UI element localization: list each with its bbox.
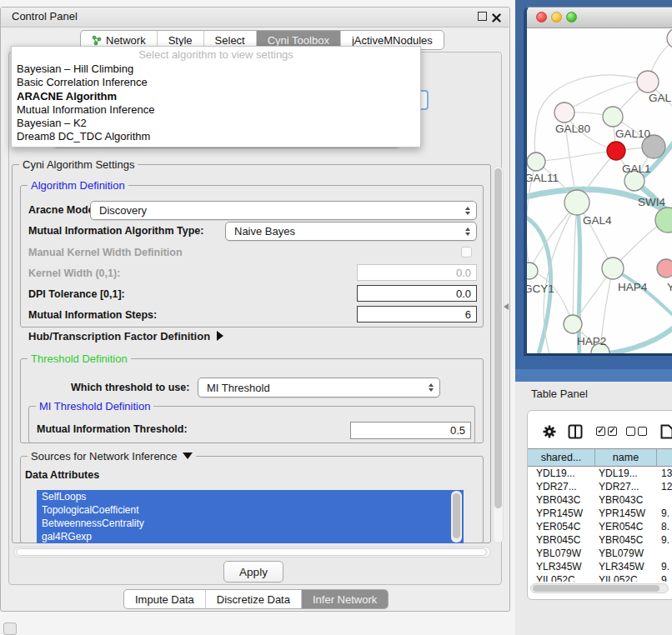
network-node-gal11[interactable]	[527, 152, 545, 171]
table-cell: 9.	[657, 534, 672, 546]
data-attribute-item[interactable]: BetweennessCentrality	[37, 517, 464, 530]
close-icon	[492, 13, 501, 22]
which-threshold-select[interactable]: MI Threshold	[198, 378, 440, 398]
close-traffic-light-icon[interactable]	[536, 12, 547, 22]
table-row[interactable]: YPR145WYPR145W9.	[528, 507, 672, 520]
algorithm-option[interactable]: Bayesian – K2	[12, 117, 420, 130]
table-cell: YPR145W	[528, 508, 595, 519]
node-label: Y	[667, 281, 672, 293]
table-cell: YIL052C	[528, 574, 595, 582]
zoom-traffic-light-icon[interactable]	[566, 12, 577, 22]
sources-title-text: Sources for Network Inference	[31, 450, 178, 462]
cyni-mode-tabs: Impute DataDiscretize DataInfer Network	[123, 589, 389, 609]
table-horizontal-scrollbar[interactable]	[530, 583, 669, 593]
minimized-panel-chip[interactable]	[3, 622, 17, 635]
network-node-gal10[interactable]	[603, 107, 623, 127]
data-attribute-item[interactable]: TopologicalCoefficient	[37, 503, 464, 517]
network-window: GALGAL80GAL10GAL1GAL11SWI4GAL4HAP4YGCY1H…	[524, 7, 672, 356]
tab-label: Impute Data	[135, 593, 194, 606]
tab-infer-network[interactable]: Infer Network	[302, 590, 388, 608]
select-all-checkbox2-icon[interactable]: ✓	[608, 427, 617, 436]
aracne-mode-value: Discovery	[99, 204, 147, 217]
network-node-gal80[interactable]	[554, 102, 574, 122]
node-label: GAL4	[583, 214, 612, 227]
column-header-extra[interactable]	[657, 449, 672, 466]
sources-group-title[interactable]: Sources for Network Inference	[28, 450, 196, 462]
data-attributes-label: Data Attributes	[25, 465, 99, 485]
network-node-gal1[interactable]	[607, 142, 625, 160]
data-attributes-list[interactable]: SelfLoopsTopologicalCoefficientBetweenne…	[37, 490, 464, 543]
network-view[interactable]: GALGAL80GAL10GAL1GAL11SWI4GAL4HAP4YGCY1H…	[527, 28, 672, 354]
node-label: HAP2	[577, 335, 606, 348]
float-window-button[interactable]	[478, 12, 487, 21]
table-row[interactable]: YBR043CYBR043C	[528, 493, 672, 507]
select-all-checkbox-icon[interactable]: ✓	[596, 427, 605, 436]
deselect-checkbox2-icon[interactable]	[638, 427, 647, 436]
network-node-gal[interactable]	[637, 71, 659, 92]
kernel-width-input: 0.0	[357, 264, 477, 281]
column-header-shared[interactable]: shared...	[528, 449, 595, 466]
table-cell: YLR345W	[595, 561, 657, 572]
table-cell: YLR345W	[528, 561, 595, 572]
split-columns-button[interactable]	[568, 424, 583, 442]
hub-definition-toggle[interactable]: Hub/Transcription Factor Definition	[28, 330, 223, 342]
tab-label: Style	[168, 34, 193, 47]
table-hscroll-thumb[interactable]	[533, 585, 659, 592]
document-button[interactable]	[660, 424, 672, 439]
network-node-y[interactable]	[657, 259, 672, 278]
aracne-mode-label: Aracne Mode:	[28, 200, 98, 220]
table-row[interactable]: YDR27...YDR27...12	[528, 480, 672, 493]
network-node-gcy1[interactable]	[527, 262, 538, 279]
table-row[interactable]: YIL052CYIL052C9	[528, 573, 672, 582]
attributes-scrollbar[interactable]	[451, 491, 462, 542]
deselect-checkbox-icon[interactable]	[626, 427, 635, 436]
algorithm-option[interactable]: Mutual Information Inference	[12, 103, 420, 117]
network-node-hap4[interactable]	[602, 258, 624, 279]
table-cell: YBR043C	[595, 494, 657, 506]
settings-hscroll-thumb[interactable]	[16, 548, 487, 556]
hub-definition-label: Hub/Transcription Factor Definition	[28, 330, 210, 342]
mi-threshold-input[interactable]: 0.5	[350, 422, 471, 439]
algorithm-option[interactable]: ARACNE Algorithm	[12, 90, 420, 103]
data-attribute-item[interactable]: SelfLoops	[37, 490, 464, 503]
network-node-hap2[interactable]	[564, 315, 582, 333]
close-panel-button[interactable]	[492, 11, 501, 20]
which-threshold-value: MI Threshold	[207, 382, 270, 394]
dpi-tolerance-input[interactable]: 0.0	[357, 285, 477, 302]
panel-splitter-arrow-icon[interactable]	[504, 303, 509, 310]
mi-type-select[interactable]: Naive Bayes	[225, 222, 477, 241]
network-window-titlebar[interactable]	[527, 8, 672, 28]
settings-horizontal-scrollbar[interactable]	[13, 547, 491, 558]
node-label: GAL10	[615, 128, 650, 140]
table-cell: YPR145W	[595, 508, 657, 519]
mi-steps-input[interactable]: 6	[357, 306, 477, 322]
network-edge-thick	[618, 272, 672, 316]
algorithm-option[interactable]: Bayesian – Hill Climbing	[12, 62, 420, 76]
data-attribute-item[interactable]: gal4RGexp	[37, 530, 464, 543]
network-node-gal4[interactable]	[564, 190, 589, 215]
settings-vscroll-thumb[interactable]	[494, 168, 502, 508]
tab-label: jActiveMNodules	[352, 34, 433, 47]
mi-type-value: Naive Bayes	[234, 225, 295, 238]
minimize-traffic-light-icon[interactable]	[551, 12, 562, 22]
attributes-scrollbar-thumb[interactable]	[453, 493, 460, 538]
table-row[interactable]: YER054CYER054C8.	[528, 520, 672, 533]
algorithm-option[interactable]: Dream8 DC_TDC Algorithm	[12, 130, 420, 143]
dropdown-prompt: Select algorithm to view settings	[12, 47, 420, 62]
table-row[interactable]: YDL19...YDL19...13	[528, 467, 672, 480]
table-row[interactable]: YLR345WYLR345W9.	[528, 560, 672, 573]
aracne-mode-select[interactable]: Discovery	[90, 201, 477, 220]
network-node[interactable]	[655, 208, 672, 232]
table-rows: YDL19...YDL19...13YDR27...YDR27...12YBR0…	[528, 467, 672, 582]
settings-vertical-scrollbar[interactable]	[493, 166, 504, 543]
table-row[interactable]: YBL079WYBL079W	[528, 547, 672, 560]
algorithm-option[interactable]: Basic Correlation Inference	[12, 76, 420, 89]
control-panel-title: Control Panel	[12, 10, 78, 23]
column-header-name[interactable]: name	[595, 449, 657, 466]
table-settings-button[interactable]	[542, 424, 557, 442]
tab-label: Infer Network	[313, 593, 377, 606]
apply-button[interactable]: Apply	[223, 561, 283, 582]
tab-discretize-data[interactable]: Discretize Data	[206, 590, 302, 608]
table-row[interactable]: YBR045CYBR045C9.	[528, 533, 672, 547]
tab-impute-data[interactable]: Impute Data	[124, 590, 206, 608]
